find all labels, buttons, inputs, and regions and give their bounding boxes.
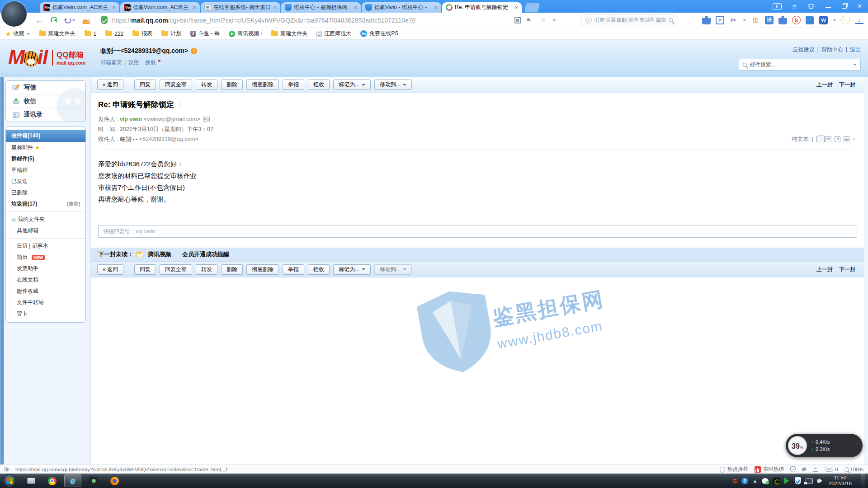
undo-icon[interactable]	[65, 17, 71, 23]
feedback-link[interactable]: 反馈建议	[793, 46, 815, 54]
volume-icon[interactable]	[817, 479, 820, 483]
reply-button[interactable]: 回复	[134, 80, 156, 90]
qr-code-icon[interactable]	[514, 17, 521, 23]
bookmark-folder-2[interactable]: 1	[85, 31, 97, 37]
network-speed-overlay[interactable]: 39 % ↑ 0.4K/s ↓ 2.3K/s	[786, 434, 863, 457]
zoom-control[interactable]: 100%	[844, 467, 863, 472]
ad-blocker[interactable]: AD 0	[825, 467, 838, 472]
green-speaker-icon[interactable]	[784, 478, 792, 484]
sidebar-item-drafts[interactable]: 草稿箱	[6, 164, 85, 176]
plain-text-label[interactable]: 纯文本	[792, 134, 809, 144]
tab-4[interactable]: 维权中心 - 鉴黑担保网 ×	[281, 2, 361, 13]
forward-button[interactable]: 转发	[196, 80, 217, 90]
menu-icon[interactable]: ≡	[793, 3, 797, 10]
sogou-tray-icon[interactable]: S	[732, 477, 737, 485]
restore-icon[interactable]	[842, 5, 847, 9]
tab-1[interactable]: Vw 德赢Vwin.com_AC米兰 ×	[40, 2, 119, 13]
password-key-icon[interactable]: ⚿	[751, 16, 760, 24]
print-icon[interactable]	[844, 136, 849, 142]
show-desktop-button[interactable]	[861, 474, 865, 488]
taskbar-app-chrome[interactable]	[43, 474, 61, 487]
tab-close-icon[interactable]: ×	[273, 4, 277, 11]
skin-link[interactable]: 换肤	[145, 59, 156, 66]
settings-link[interactable]: 设置	[128, 59, 139, 66]
reject-button[interactable]: 拒收	[308, 80, 330, 90]
tab-close-icon[interactable]: ×	[112, 4, 116, 11]
add-gadget-icon[interactable]	[813, 467, 818, 472]
forward-button[interactable]: 转发	[196, 264, 217, 275]
home-icon[interactable]	[83, 19, 90, 24]
download-mail-icon[interactable]	[835, 136, 840, 142]
star-toggle-icon[interactable]: ☆	[177, 101, 183, 109]
prev-mail-link[interactable]: 上一封	[816, 81, 833, 89]
next-unread-subject[interactable]: 会员开通成功提醒	[182, 250, 229, 258]
hot-search-text[interactable]: 叮咚买菜致歉:死鱼充活鱼属实	[594, 16, 666, 24]
reply-all-button[interactable]: 回复全部	[160, 264, 192, 275]
help-center-link[interactable]: 帮助中心	[821, 46, 843, 54]
tab-6-active[interactable]: Re: 申请账号解除锁定 ×	[442, 2, 522, 13]
reply-button[interactable]: 回复	[134, 264, 156, 275]
safety-check-icon[interactable]	[790, 466, 796, 472]
mail-search-box[interactable]	[739, 59, 861, 70]
mark-as-dropdown[interactable]: 标记为...	[333, 264, 371, 275]
bookmark-folder-1[interactable]: 新建文件夹	[39, 30, 75, 38]
skin-tshirt-icon[interactable]	[807, 4, 815, 9]
translate-icon[interactable]: 译	[765, 16, 774, 24]
qqmail-logo[interactable]: M il QQ邮箱 mail.qq.com	[8, 46, 85, 69]
sender-name[interactable]: vip vwin	[120, 116, 142, 122]
expand-icon[interactable]: ⊞	[11, 216, 16, 223]
search-icon[interactable]	[669, 18, 673, 22]
caret-down-icon[interactable]	[743, 19, 746, 23]
refresh-icon[interactable]	[51, 17, 57, 23]
sidebar-item-group-mail[interactable]: 群邮件(5)	[6, 153, 85, 164]
word-extension-icon[interactable]: W	[819, 16, 828, 24]
tab-3[interactable]: 在线客服系统- 聊天窗口 ×	[201, 2, 280, 13]
extension-puzzle-icon[interactable]	[778, 16, 787, 24]
memory-percent-gauge[interactable]: 39 %	[788, 436, 807, 455]
hot-search-box[interactable]: S 叮咚买菜致歉:死鱼充活鱼属实	[580, 14, 678, 26]
tab-close-icon[interactable]: ×	[514, 4, 518, 11]
taskbar-app-explorer[interactable]	[23, 474, 40, 487]
delete-button[interactable]: 删除	[221, 80, 243, 90]
tab-close-icon[interactable]: ×	[193, 4, 196, 11]
send-to-phone-icon[interactable]: ⇄	[716, 16, 724, 24]
bookmark-folder-3[interactable]: 222	[105, 31, 123, 37]
caret-down-icon[interactable]	[853, 64, 857, 67]
delete-forever-button[interactable]: 彻底删除	[246, 264, 279, 275]
tab-5[interactable]: 德赢Vwin - 维权中心 - ×	[362, 2, 441, 13]
sidebar-item-inbox[interactable]: 收件箱(140)	[6, 130, 85, 142]
screenshot-scissors-icon[interactable]: ✂	[729, 16, 738, 24]
caret-down-icon[interactable]	[833, 19, 836, 23]
taskbar-app-firefox[interactable]	[106, 474, 123, 487]
delete-forever-button[interactable]: 彻底删除	[246, 80, 279, 90]
sidebar-item-file-transfer[interactable]: 文件中转站	[6, 297, 85, 308]
hot-recommend[interactable]: 热点推荐	[720, 466, 748, 473]
sidebar-item-starred[interactable]: 星标邮件 ★	[6, 142, 85, 153]
sidebar-item-my-folders[interactable]: ⊞ 我的文件夹	[6, 214, 85, 225]
extension-puzzle-icon[interactable]	[702, 16, 711, 24]
tray-expand-icon[interactable]: ▲	[753, 479, 757, 483]
minimize-icon[interactable]	[826, 7, 831, 8]
sidebar-item-resume[interactable]: 简历 NEW	[6, 252, 85, 263]
tab-2[interactable]: Vw 德赢Vwin.com_AC米兰 ×	[120, 2, 200, 13]
sidebar-item-junk[interactable]: 垃圾箱(17) [清空]	[6, 198, 85, 210]
back-icon[interactable]: ←	[35, 16, 43, 24]
notebook-extension-icon[interactable]	[806, 16, 814, 24]
bookmark-folder-4[interactable]: 报表	[132, 30, 152, 38]
sidebar-item-sent[interactable]: 已发送	[6, 176, 85, 187]
open-new-window-icon[interactable]	[816, 136, 822, 142]
browser-user-avatar[interactable]	[1, 1, 27, 27]
report-button[interactable]: 举报	[283, 80, 304, 90]
tab-close-icon[interactable]: ×	[354, 4, 357, 11]
prev-mail-link[interactable]: 上一封	[816, 266, 833, 273]
view-source-icon[interactable]	[826, 136, 831, 142]
caret-down-icon[interactable]	[72, 19, 75, 23]
sidebar-item-attachment-favorites[interactable]: 附件收藏	[6, 286, 85, 297]
empty-junk-link[interactable]: [清空]	[67, 201, 80, 207]
bookmark-tencent-video[interactable]: 腾讯视频 -	[229, 30, 262, 38]
back-to-list-button[interactable]: « 返回	[97, 80, 123, 90]
sidebar-item-invoice-helper[interactable]: 发票助手	[6, 263, 85, 274]
bookmark-douyu[interactable]: 斗鱼 - 每	[190, 30, 220, 38]
sidebar-item-deleted[interactable]: 已删除	[6, 187, 85, 198]
move-to-dropdown[interactable]: 移动到...	[374, 264, 412, 275]
